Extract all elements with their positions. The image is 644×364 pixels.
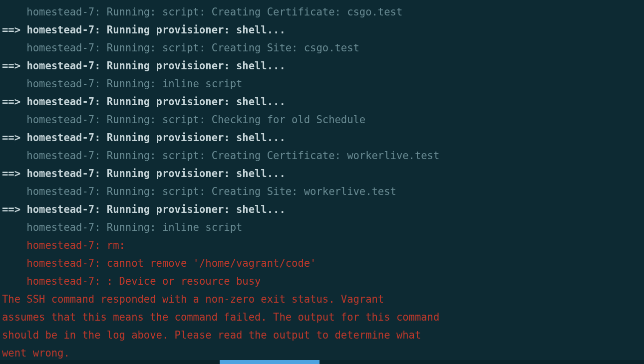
terminal-line-text: homestead-7: Running provisioner: shell.… <box>26 60 285 72</box>
terminal-line: homestead-7: rm: <box>2 236 642 254</box>
terminal-line-text: assumes that this means the command fail… <box>2 311 439 323</box>
arrow-icon: ==> <box>2 60 26 72</box>
terminal-line-text: homestead-7: Running provisioner: shell.… <box>26 132 285 144</box>
terminal-line: ==> homestead-7: Running provisioner: sh… <box>2 57 642 75</box>
arrow-icon: ==> <box>2 168 26 180</box>
terminal-output[interactable]: homestead-7: Running: script: Creating C… <box>0 0 644 362</box>
terminal-line-text: homestead-7: Running: script: Creating S… <box>2 185 396 197</box>
terminal-line: ==> homestead-7: Running provisioner: sh… <box>2 165 642 182</box>
terminal-line: homestead-7: : Device or resource busy <box>2 272 642 290</box>
terminal-line: The SSH command responded with a non-zer… <box>2 290 642 308</box>
arrow-icon: ==> <box>2 96 26 108</box>
arrow-icon: ==> <box>2 24 26 36</box>
terminal-line: homestead-7: Running: script: Checking f… <box>2 111 642 129</box>
terminal-line: homestead-7: Running: inline script <box>2 75 642 93</box>
terminal-line-text: should be in the log above. Please read … <box>2 329 421 341</box>
terminal-line-text: homestead-7: Running provisioner: shell.… <box>26 24 285 36</box>
terminal-line-text: homestead-7: cannot remove '/home/vagran… <box>2 257 316 269</box>
terminal-line: assumes that this means the command fail… <box>2 308 642 326</box>
terminal-line-text: homestead-7: Running: inline script <box>2 78 242 90</box>
terminal-line: homestead-7: Running: inline script <box>2 218 642 236</box>
terminal-line-text: homestead-7: Running: inline script <box>2 221 242 233</box>
terminal-line-text: homestead-7: Running: script: Creating S… <box>2 42 359 54</box>
taskbar-active-window[interactable] <box>220 360 320 364</box>
terminal-line-text: homestead-7: Running provisioner: shell.… <box>26 203 285 215</box>
terminal-line: homestead-7: Running: script: Creating C… <box>2 147 642 165</box>
terminal-line-text: homestead-7: Running: script: Checking f… <box>2 114 365 126</box>
arrow-icon: ==> <box>2 132 26 144</box>
terminal-line-text: homestead-7: Running provisioner: shell.… <box>26 96 285 108</box>
terminal-line: ==> homestead-7: Running provisioner: sh… <box>2 21 642 39</box>
terminal-line-text: homestead-7: Running: script: Creating C… <box>2 6 402 18</box>
terminal-line: should be in the log above. Please read … <box>2 326 642 344</box>
terminal-line: homestead-7: Running: script: Creating S… <box>2 39 642 57</box>
terminal-line-text: The SSH command responded with a non-zer… <box>2 293 384 305</box>
terminal-line: homestead-7: cannot remove '/home/vagran… <box>2 254 642 272</box>
terminal-line: ==> homestead-7: Running provisioner: sh… <box>2 129 642 147</box>
terminal-line: ==> homestead-7: Running provisioner: sh… <box>2 200 642 218</box>
terminal-line-text: homestead-7: Running provisioner: shell.… <box>26 168 285 180</box>
terminal-line: went wrong. <box>2 344 642 362</box>
terminal-line-text: went wrong. <box>2 347 70 359</box>
terminal-line: homestead-7: Running: script: Creating C… <box>2 3 642 21</box>
arrow-icon: ==> <box>2 203 26 215</box>
terminal-line-text: homestead-7: Running: script: Creating C… <box>2 150 439 162</box>
terminal-line-text: homestead-7: : Device or resource busy <box>2 275 261 287</box>
terminal-line-text: homestead-7: rm: <box>2 239 131 251</box>
terminal-line: ==> homestead-7: Running provisioner: sh… <box>2 93 642 111</box>
taskbar <box>0 360 644 364</box>
terminal-line: homestead-7: Running: script: Creating S… <box>2 182 642 200</box>
